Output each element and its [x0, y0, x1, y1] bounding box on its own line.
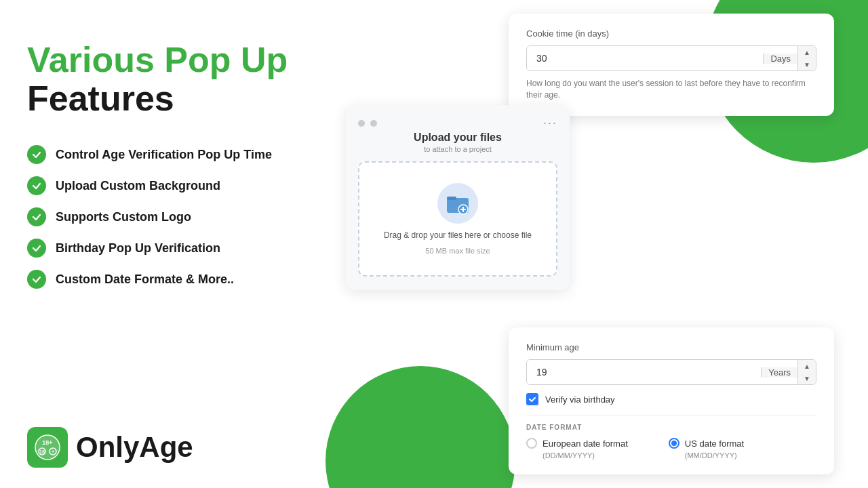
upload-card-subtitle: to attach to a project: [358, 145, 557, 153]
date-format-title: DATE FORMAT: [526, 424, 816, 431]
feature-label-1: Control Age Verification Pop Up Time: [56, 148, 272, 162]
upload-drop-hint: 50 MB max file size: [425, 247, 490, 255]
verify-checkbox[interactable]: [526, 393, 538, 405]
us-radio[interactable]: [669, 438, 679, 449]
age-card-label: Minimum age: [526, 342, 816, 352]
logo-icon: 18+ 18 +: [27, 427, 68, 468]
upload-card-title: Upload your files: [358, 131, 557, 144]
more-options-icon[interactable]: ···: [543, 116, 557, 130]
feature-item-4: Birthday Pop Up Verification: [27, 239, 312, 258]
svg-text:18+: 18+: [42, 439, 52, 446]
us-date-option[interactable]: US date format (MM/DD/YYYY): [669, 438, 744, 460]
check-icon-5: [27, 270, 46, 289]
us-radio-fill: [671, 441, 677, 446]
european-date-row: European date format: [526, 438, 628, 449]
cookie-input-row: Days ▲ ▼: [526, 45, 816, 71]
us-date-format: (MM/DD/YYYY): [685, 451, 744, 460]
european-date-option[interactable]: European date format (DD/MM/YYYY): [526, 438, 628, 460]
cookie-card-label: Cookie time (in days): [526, 28, 816, 39]
age-increment-button[interactable]: ▲: [798, 360, 816, 372]
folder-icon: [437, 183, 478, 224]
cookie-decrement-button[interactable]: ▼: [798, 58, 816, 70]
date-format-options: European date format (DD/MM/YYYY) US dat…: [526, 438, 816, 460]
headline-black: Features: [27, 79, 312, 118]
us-date-label: US date format: [685, 439, 744, 449]
age-unit: Years: [761, 367, 797, 378]
upload-card-header: ···: [358, 116, 557, 130]
cookie-hint: How long do you want the user's session …: [526, 78, 816, 101]
check-icon-4: [27, 239, 46, 258]
check-icon-3: [27, 207, 46, 226]
upload-drop-text: Drag & drop your files here or choose fi…: [384, 230, 532, 240]
verify-row: Verify via birthday: [526, 393, 816, 405]
logo-name: OnlyAge: [76, 431, 193, 464]
feature-item-5: Custom Date Formate & More..: [27, 270, 312, 289]
check-icon-2: [27, 176, 46, 195]
feature-label-5: Custom Date Formate & More..: [56, 272, 234, 287]
upload-drop-zone[interactable]: Drag & drop your files here or choose fi…: [358, 161, 557, 277]
feature-item-1: Control Age Verification Pop Up Time: [27, 145, 312, 164]
check-icon-1: [27, 145, 46, 164]
ctrl-dot-2: [370, 120, 377, 127]
feature-list: Control Age Verification Pop Up Time Upl…: [27, 145, 312, 289]
svg-text:+: +: [52, 449, 54, 454]
logo-area: 18+ 18 + OnlyAge: [27, 427, 193, 468]
date-format-section: DATE FORMAT European date format (DD/MM/…: [526, 415, 816, 460]
age-input-row: Years ▲ ▼: [526, 359, 816, 385]
us-date-row: US date format: [669, 438, 744, 449]
headline-green: Various Pop Up: [27, 41, 312, 79]
cookie-value-input[interactable]: [527, 46, 763, 70]
svg-rect-7: [447, 197, 456, 200]
european-radio[interactable]: [526, 438, 537, 449]
cookie-increment-button[interactable]: ▲: [798, 46, 816, 58]
upload-card-controls: [358, 120, 377, 127]
cookie-unit: Days: [763, 54, 797, 64]
ctrl-dot-1: [358, 120, 365, 127]
feature-item-3: Supports Custom Logo: [27, 207, 312, 226]
european-date-format: (DD/MM/YYYY): [542, 451, 628, 460]
feature-label-3: Supports Custom Logo: [56, 210, 191, 224]
feature-label-2: Upload Custom Background: [56, 179, 220, 193]
european-date-label: European date format: [542, 439, 628, 449]
verify-label: Verify via birthday: [545, 394, 615, 405]
svg-text:18: 18: [39, 449, 45, 454]
age-card: Minimum age Years ▲ ▼ Verify via birthda…: [509, 327, 834, 474]
left-panel: Various Pop Up Features Control Age Veri…: [27, 41, 312, 289]
age-decrement-button[interactable]: ▼: [798, 372, 816, 384]
age-value-input[interactable]: [527, 360, 761, 384]
decorative-circle-bottom: [326, 366, 515, 488]
upload-card: ··· Upload your files to attach to a pro…: [346, 105, 570, 290]
feature-label-4: Birthday Pop Up Verification: [56, 241, 220, 256]
feature-item-2: Upload Custom Background: [27, 176, 312, 195]
cookie-stepper: ▲ ▼: [797, 46, 816, 70]
cookie-card: Cookie time (in days) Days ▲ ▼ How long …: [509, 14, 834, 116]
age-stepper: ▲ ▼: [797, 360, 816, 384]
